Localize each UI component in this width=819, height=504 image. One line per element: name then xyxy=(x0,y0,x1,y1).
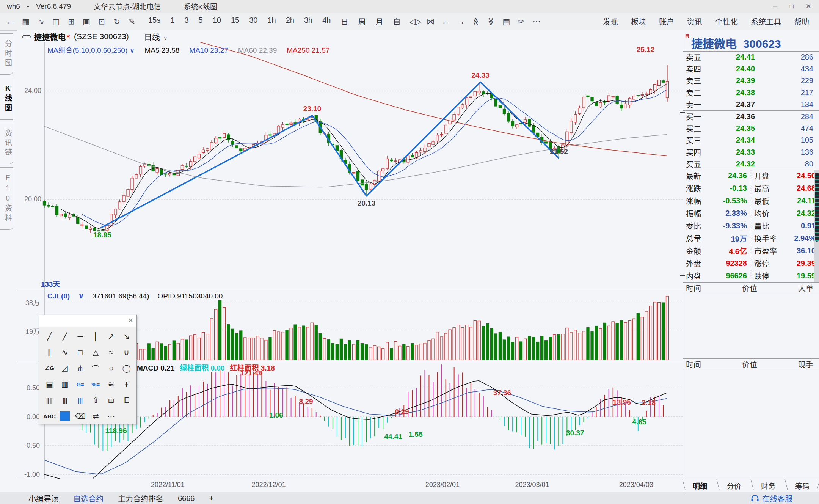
splitter-handle[interactable] xyxy=(680,275,685,276)
period-button-自[interactable]: 自 xyxy=(388,16,405,27)
right-triangle-tool[interactable]: ◿ xyxy=(57,361,73,375)
time-ruler4-tool[interactable]: |||| xyxy=(42,393,57,407)
text-label-tool[interactable]: ABC xyxy=(42,409,57,423)
close-button[interactable]: ✕ xyxy=(800,2,817,10)
sidebar-tab-分时图[interactable]: 分时图 xyxy=(0,33,13,75)
menu-资讯[interactable]: 资讯 xyxy=(687,16,702,27)
rectangle-tool[interactable]: □ xyxy=(72,345,88,359)
period-button-4h[interactable]: 4h xyxy=(317,16,336,27)
ellipse-tool[interactable]: ◯ xyxy=(119,361,134,375)
menu-板块[interactable]: 板块 xyxy=(631,16,646,27)
book-row[interactable]: 买一24.36284 xyxy=(683,111,819,122)
minute-chart-icon[interactable]: ∿ xyxy=(33,17,49,26)
kline-chart-icon[interactable]: ◫ xyxy=(49,17,64,26)
collapse-down-icon[interactable]: ≫ xyxy=(483,17,499,26)
dashed-line-tool[interactable]: ╱ xyxy=(57,330,73,343)
segment-tool[interactable]: ╱ xyxy=(42,330,57,343)
polyline-tool[interactable]: ∿ xyxy=(57,345,73,359)
menu-个性化[interactable]: 个性化 xyxy=(715,16,738,27)
maximize-button[interactable]: □ xyxy=(783,3,800,10)
ma-combo-label[interactable]: MA组合(5,10,0,0,60,250) ∨ xyxy=(47,46,135,54)
online-service-link[interactable]: 在线客服 xyxy=(751,493,792,504)
period-button-2h[interactable]: 2h xyxy=(281,16,299,27)
horizontal-line-tool[interactable]: ─ xyxy=(72,330,88,343)
layout-icon[interactable]: ▦ xyxy=(18,17,33,26)
book-row[interactable]: 卖五24.41286 xyxy=(683,51,819,63)
wave-tool[interactable]: ≈ xyxy=(104,345,119,359)
period-button-3[interactable]: 3 xyxy=(179,16,193,27)
page-left-icon[interactable]: ← xyxy=(438,17,453,26)
period-button-3h[interactable]: 3h xyxy=(299,16,317,27)
kline-pane[interactable]: MA组合(5,10,0,0,60,250) ∨MA5 23.58MA10 23.… xyxy=(17,42,682,290)
scrollbar-thumb[interactable] xyxy=(815,173,819,242)
book-row[interactable]: 卖四24.40434 xyxy=(683,63,819,75)
refresh-icon[interactable]: ↻ xyxy=(109,17,124,26)
vertical-line-tool[interactable]: │ xyxy=(88,330,104,343)
menu-帮助[interactable]: 帮助 xyxy=(794,16,809,27)
multi-chart-icon[interactable]: ⊞ xyxy=(64,17,79,26)
trend-band-tool[interactable]: ≋ xyxy=(104,377,119,391)
more-icon[interactable]: ⋯ xyxy=(529,17,544,26)
pitchfork-tool[interactable]: ⋔ xyxy=(72,361,88,375)
channel-tool[interactable]: ▤ xyxy=(42,377,57,391)
time-target-tool[interactable]: Ŧ xyxy=(119,377,134,391)
status-item-自选合约[interactable]: 自选合约 xyxy=(73,493,104,504)
period-button-5[interactable]: 5 xyxy=(194,16,208,27)
book-row[interactable]: 买三24.34105 xyxy=(683,134,819,146)
period-button-30[interactable]: 30 xyxy=(244,16,262,27)
period-button-周[interactable]: 周 xyxy=(353,16,370,27)
golden-section-tool[interactable]: G≡ xyxy=(72,377,88,391)
ruler-tool[interactable]: ш xyxy=(104,393,119,407)
panel-tab-分价[interactable]: 分价 xyxy=(717,479,751,492)
page-right-icon[interactable]: → xyxy=(453,17,468,26)
cjl-indicator-bar[interactable]: CJL(0)∨371601.69(56:44)OPID 911503040.00 xyxy=(47,292,231,300)
book-row[interactable]: 卖一24.37134 xyxy=(683,99,819,110)
menu-发现[interactable]: 发现 xyxy=(603,16,618,27)
pen-icon[interactable]: ✑ xyxy=(514,17,529,26)
cjl-label[interactable]: CJL(0) xyxy=(47,292,70,300)
menu-系统工具[interactable]: 系统工具 xyxy=(751,16,781,27)
splitter-handle[interactable] xyxy=(680,112,685,113)
period-button-15[interactable]: 15 xyxy=(226,16,244,27)
drawing-toolbar[interactable]: ✕ ╱╱─│↗↘∥∿□△≈∪∠G◿⋔⌒○◯▤▥G≡%≡≋Ŧ||||||||||⇧… xyxy=(39,315,137,424)
scrollbar[interactable] xyxy=(814,170,819,282)
status-item-6666[interactable]: 6666 xyxy=(178,494,195,503)
back-icon[interactable]: ← xyxy=(3,17,18,26)
kline-canvas[interactable] xyxy=(17,42,682,290)
more-tools[interactable]: ⋯ xyxy=(104,409,119,423)
minimize-button[interactable]: ─ xyxy=(767,3,783,10)
arrow-down-line-tool[interactable]: ↘ xyxy=(119,330,134,343)
panel-tab-明细[interactable]: 明细 xyxy=(683,479,717,492)
draw-line-icon[interactable]: ✎ xyxy=(124,17,140,26)
book-row[interactable]: 买五24.3280 xyxy=(683,158,819,170)
arc-u-tool[interactable]: ∪ xyxy=(119,345,134,359)
gann-angle-tool[interactable]: ∠G xyxy=(42,361,57,375)
period-button-10[interactable]: 10 xyxy=(208,16,226,27)
triangle-tool[interactable]: △ xyxy=(88,345,104,359)
period-button-1[interactable]: 1 xyxy=(165,16,179,27)
sidebar-tab-F10资料[interactable]: F10资料 xyxy=(0,167,13,230)
book-row[interactable]: 卖二24.38217 xyxy=(683,87,819,99)
quote-board-icon[interactable]: ▤ xyxy=(499,17,514,26)
period-button-月[interactable]: 月 xyxy=(370,16,388,27)
eraser-tool[interactable]: ⌫ xyxy=(72,409,88,423)
sidebar-tab-K线图[interactable]: K线图 xyxy=(0,78,13,120)
save-icon[interactable]: ⊡ xyxy=(94,17,109,26)
time-ruler3-tool[interactable]: ||| xyxy=(57,393,73,407)
drawing-toolbar-titlebar[interactable]: ✕ xyxy=(39,315,136,327)
band-tool[interactable]: ▥ xyxy=(57,377,73,391)
mark-icon[interactable]: ▣ xyxy=(79,17,94,26)
parallel-lines-tool[interactable]: ∥ xyxy=(42,345,57,359)
period-button-1h[interactable]: 1h xyxy=(262,16,281,27)
sidebar-tab-资讯链[interactable]: 资讯链 xyxy=(0,123,13,164)
status-item-+[interactable]: + xyxy=(209,494,214,503)
period-button-日[interactable]: 日 xyxy=(336,16,353,27)
period-button-15s[interactable]: 15s xyxy=(143,16,165,27)
status-item-小编导读[interactable]: 小编导读 xyxy=(28,493,59,504)
invert-icon[interactable]: ⋈ xyxy=(423,17,438,26)
arrow-mark-tool[interactable]: ⇧ xyxy=(88,393,104,407)
percent-section-tool[interactable]: %≡ xyxy=(88,377,104,391)
expand-tool[interactable]: E xyxy=(119,393,134,407)
circle-tool[interactable]: ○ xyxy=(104,361,119,375)
collapse-up-icon[interactable]: ≪ xyxy=(468,17,483,26)
